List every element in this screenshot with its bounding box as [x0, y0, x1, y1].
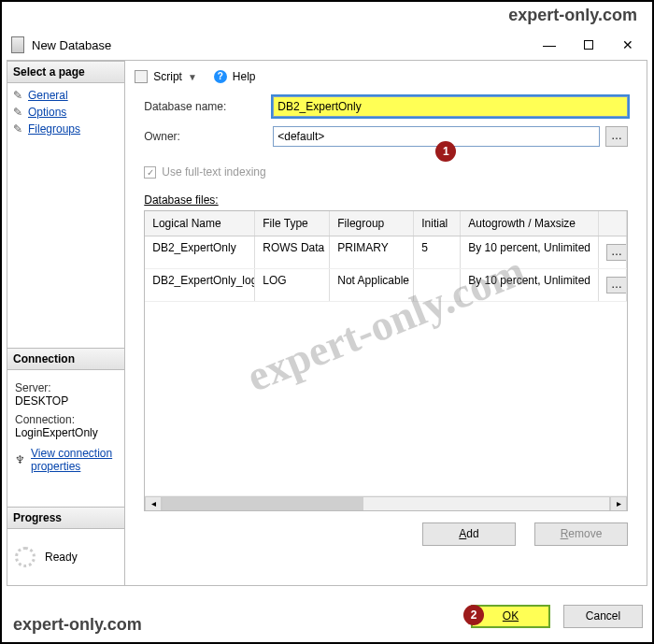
col-logical-name[interactable]: Logical Name — [145, 211, 255, 236]
progress-block: Ready — [7, 529, 124, 585]
connection-label: Connection: — [15, 413, 117, 426]
toolbar: Script ▼ ? Help — [133, 66, 639, 93]
server-label: Server: — [15, 381, 117, 394]
help-button[interactable]: Help — [233, 70, 256, 83]
window-title: New Database — [32, 38, 540, 52]
page-general-label: General — [28, 89, 68, 102]
col-initial[interactable]: Initial — [414, 211, 461, 236]
scroll-right-icon[interactable]: ▸ — [610, 496, 627, 511]
wrench-icon: ✎ — [13, 89, 24, 102]
col-file-type[interactable]: File Type — [255, 211, 330, 236]
script-dropdown-icon[interactable]: ▼ — [188, 72, 197, 82]
cell-filegroup: PRIMARY — [330, 236, 414, 268]
connection-block: Server: DESKTOP Connection: LoginExpertO… — [7, 370, 124, 479]
cell-filetype: ROWS Data — [255, 236, 330, 268]
fulltext-label: Use full-text indexing — [162, 165, 265, 179]
row-edit-button[interactable]: … — [606, 244, 627, 261]
table-row[interactable]: DB2_ExpertOnly ROWS Data PRIMARY 5 By 10… — [145, 236, 627, 269]
page-filegroups-label: Filegroups — [28, 122, 80, 136]
files-grid: Logical Name File Type Filegroup Initial… — [144, 210, 628, 511]
page-options[interactable]: ✎Options — [13, 104, 119, 121]
maximize-button[interactable] — [579, 36, 598, 54]
owner-input[interactable] — [273, 126, 600, 147]
table-row[interactable]: DB2_ExpertOnly_log LOG Not Applicable By… — [145, 269, 627, 302]
col-autogrowth[interactable]: Autogrowth / Maxsize — [461, 211, 599, 236]
callout-2: 2 — [463, 605, 484, 625]
row-edit-button[interactable]: … — [606, 277, 627, 293]
script-button[interactable]: Script — [153, 70, 182, 83]
select-page-header: Select a page — [7, 61, 124, 83]
right-pane: Script ▼ ? Help Database name: Owner: … … — [125, 60, 647, 586]
cell-filetype: LOG — [255, 269, 330, 301]
owner-browse-button[interactable]: … — [605, 126, 628, 147]
fulltext-row: ✓ Use full-text indexing — [144, 165, 639, 179]
callout-1: 1 — [435, 141, 456, 162]
cell-autogrowth: By 10 percent, Unlimited — [461, 269, 599, 301]
cell-initial — [414, 269, 461, 301]
connection-icon: ♆ — [15, 453, 25, 466]
db-name-label: Database name: — [144, 100, 273, 113]
brand-bottom: expert-only.com — [13, 615, 142, 635]
grid-header: Logical Name File Type Filegroup Initial… — [145, 211, 627, 236]
progress-header: Progress — [7, 507, 124, 529]
db-name-input[interactable] — [273, 96, 628, 117]
view-connection-link[interactable]: View connection properties — [31, 447, 117, 473]
page-list: ✎General ✎Options ✎Filegroups — [7, 83, 124, 141]
progress-status: Ready — [45, 551, 78, 564]
spinner-icon — [15, 547, 36, 567]
connection-value: LoginExpertOnly — [15, 426, 117, 439]
page-filegroups[interactable]: ✎Filegroups — [13, 121, 119, 137]
titlebar: New Database — ✕ — [11, 32, 643, 58]
brand-top: expert-only.com — [508, 6, 637, 25]
cell-autogrowth: By 10 percent, Unlimited — [461, 236, 599, 268]
connection-header: Connection — [7, 348, 124, 370]
minimize-button[interactable]: — — [540, 36, 559, 54]
wrench-icon: ✎ — [13, 122, 24, 136]
server-value: DESKTOP — [15, 394, 117, 408]
cell-logical: DB2_ExpertOnly_log — [145, 269, 255, 301]
help-icon: ? — [214, 70, 227, 83]
cell-filegroup: Not Applicable — [330, 269, 414, 301]
cell-logical: DB2_ExpertOnly — [145, 236, 255, 268]
cancel-button[interactable]: Cancel — [563, 605, 643, 628]
scroll-thumb[interactable] — [163, 497, 363, 510]
page-options-label: Options — [28, 106, 66, 119]
col-filegroup[interactable]: Filegroup — [330, 211, 414, 236]
cell-initial: 5 — [414, 236, 461, 268]
add-button[interactable]: Add — [422, 522, 516, 546]
scroll-left-icon[interactable]: ◂ — [145, 496, 162, 511]
page-general[interactable]: ✎General — [13, 87, 119, 104]
close-button[interactable]: ✕ — [618, 36, 637, 54]
files-label: Database files: — [144, 193, 639, 207]
fulltext-checkbox: ✓ — [144, 166, 156, 179]
remove-button[interactable]: Remove — [534, 522, 628, 546]
owner-label: Owner: — [144, 130, 273, 143]
app-icon — [11, 36, 24, 53]
wrench-icon: ✎ — [13, 106, 24, 119]
left-pane: Select a page ✎General ✎Options ✎Filegro… — [7, 60, 125, 586]
script-icon — [135, 70, 148, 83]
horizontal-scrollbar[interactable]: ◂ ▸ — [145, 495, 627, 511]
